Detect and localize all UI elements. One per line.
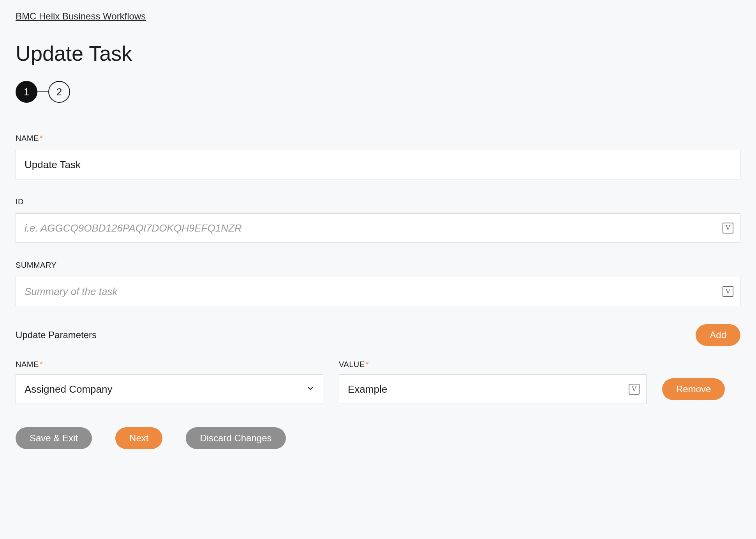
param-name-select[interactable] (16, 374, 323, 404)
name-field-label: NAME* (16, 134, 740, 143)
update-parameters-label: Update Parameters (16, 330, 97, 341)
discard-changes-button[interactable]: Discard Changes (186, 427, 285, 449)
breadcrumb-link[interactable]: BMC Helix Business Workflows (16, 11, 146, 22)
parameter-row: NAME* VALUE* V Remove (16, 360, 740, 404)
param-value-label: VALUE* (339, 360, 647, 369)
param-value-input[interactable] (339, 374, 647, 404)
id-input[interactable] (16, 213, 740, 243)
required-asterisk: * (40, 360, 43, 369)
stepper: 1 2 (16, 81, 740, 103)
required-asterisk: * (366, 360, 369, 369)
remove-parameter-button[interactable]: Remove (662, 378, 725, 400)
save-exit-button[interactable]: Save & Exit (16, 427, 92, 449)
id-field-label: ID (16, 197, 740, 206)
variable-icon[interactable]: V (723, 223, 733, 234)
page-title: Update Task (16, 41, 740, 65)
summary-field-label: SUMMARY (16, 261, 740, 270)
add-parameter-button[interactable]: Add (696, 324, 740, 346)
summary-input[interactable] (16, 277, 740, 306)
name-input[interactable] (16, 150, 740, 179)
param-name-label: NAME* (16, 360, 323, 369)
variable-icon[interactable]: V (629, 384, 640, 395)
variable-icon[interactable]: V (723, 286, 733, 297)
required-asterisk: * (40, 134, 43, 142)
step-2[interactable]: 2 (48, 81, 70, 103)
step-1[interactable]: 1 (16, 81, 37, 103)
next-button[interactable]: Next (115, 427, 162, 449)
step-connector (37, 91, 48, 92)
